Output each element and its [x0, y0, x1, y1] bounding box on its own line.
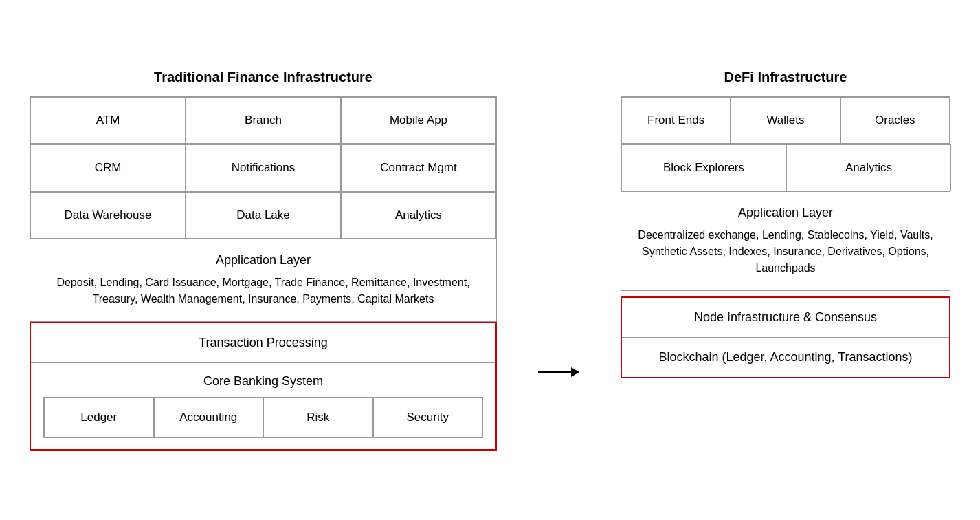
trad-row3-grid: Data Warehouse Data Lake Analytics	[30, 192, 497, 239]
defi-analytics-box: Analytics	[786, 144, 951, 191]
block-explorers-box: Block Explorers	[621, 144, 786, 191]
branch-box: Branch	[186, 97, 341, 144]
front-ends-box: Front Ends	[621, 97, 731, 144]
defi-app-layer-title: Application Layer	[638, 206, 933, 220]
core-banking-title: Core Banking System	[43, 374, 483, 389]
defi-app-layer-box: Application Layer Decentralized exchange…	[621, 192, 950, 291]
ledger-box: Ledger	[44, 398, 154, 437]
core-banking-grid: Ledger Accounting Risk Security	[43, 397, 483, 438]
atm-box: ATM	[30, 97, 186, 144]
wallets-box: Wallets	[731, 97, 840, 144]
defi-red-box: Node Infrastructure & Consensus Blockcha…	[621, 296, 950, 378]
data-warehouse-box: Data Warehouse	[30, 192, 186, 239]
trad-app-layer-box: Application Layer Deposit, Lending, Card…	[30, 239, 497, 322]
trad-red-box-inner: Transaction Processing Core Banking Syst…	[31, 323, 495, 449]
blockchain-row: Blockchain (Ledger, Accounting, Transact…	[622, 338, 949, 377]
trad-red-box: Transaction Processing Core Banking Syst…	[30, 322, 497, 451]
svg-marker-1	[571, 367, 579, 377]
accounting-box: Accounting	[154, 398, 264, 437]
transaction-processing-row: Transaction Processing	[31, 323, 495, 363]
defi-app-layer-desc: Decentralized exchange, Lending, Stablec…	[638, 227, 933, 277]
security-box: Security	[373, 398, 483, 437]
mobile-app-box: Mobile App	[341, 97, 496, 144]
defi-column: DeFi Infrastructure Front Ends Wallets O…	[621, 69, 950, 451]
risk-box: Risk	[263, 398, 373, 437]
notifications-box: Notifications	[186, 144, 341, 191]
crm-box: CRM	[30, 144, 186, 191]
node-infra-row: Node Infrastructure & Consensus	[622, 298, 949, 338]
trad-app-layer-title: Application Layer	[51, 253, 476, 268]
trad-analytics-box: Analytics	[341, 192, 496, 239]
arrow-area	[538, 69, 579, 451]
oracles-box: Oracles	[840, 97, 950, 144]
traditional-finance-title: Traditional Finance Infrastructure	[154, 69, 372, 85]
diagram-main: Traditional Finance Infrastructure ATM B…	[27, 69, 953, 451]
defi-title: DeFi Infrastructure	[724, 69, 847, 85]
data-lake-box: Data Lake	[186, 192, 341, 239]
core-banking-section: Core Banking System Ledger Accounting Ri…	[31, 363, 495, 449]
trad-row2-grid: CRM Notifications Contract Mgmt	[30, 144, 497, 192]
contract-mgmt-box: Contract Mgmt	[341, 144, 496, 191]
arrow-svg	[538, 345, 579, 400]
diagram-container: Traditional Finance Infrastructure ATM B…	[0, 56, 980, 464]
trad-row1-grid: ATM Branch Mobile App	[30, 96, 497, 144]
defi-row1-grid: Front Ends Wallets Oracles	[621, 96, 950, 144]
trad-app-layer-desc: Deposit, Lending, Card Issuance, Mortgag…	[51, 274, 476, 307]
traditional-finance-column: Traditional Finance Infrastructure ATM B…	[30, 69, 497, 451]
defi-row2-grid: Block Explorers Analytics	[621, 144, 950, 192]
